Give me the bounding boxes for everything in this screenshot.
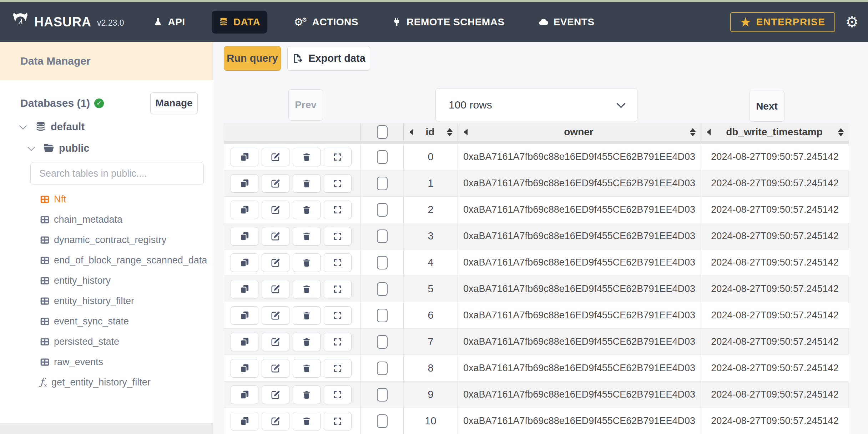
settings-gear-icon[interactable]: ⚙	[845, 15, 859, 30]
delete-row-button[interactable]	[293, 148, 321, 166]
sidebar-table-raw_events[interactable]: raw_events	[0, 352, 213, 372]
edit-row-button[interactable]	[262, 306, 289, 325]
row-checkbox[interactable]	[377, 229, 388, 243]
next-page-button[interactable]: Next	[749, 91, 784, 122]
chevron-down-icon[interactable]	[19, 122, 27, 129]
edit-row-button[interactable]	[262, 148, 289, 166]
collapse-column-icon[interactable]	[707, 129, 711, 135]
edit-row-button[interactable]	[262, 412, 289, 430]
sidebar-table-persisted_state[interactable]: persisted_state	[0, 332, 213, 352]
manage-button[interactable]: Manage	[150, 92, 198, 114]
copy-row-button[interactable]	[231, 412, 258, 430]
edit-row-button[interactable]	[262, 385, 289, 404]
row-checkbox[interactable]	[377, 203, 388, 217]
select-all-checkbox[interactable]	[377, 125, 388, 139]
sidebar-table-get_entity_history_filter[interactable]: ƒxget_entity_history_filter	[0, 372, 213, 393]
row-checkbox[interactable]	[377, 309, 388, 322]
header-column-owner[interactable]: owner	[458, 123, 701, 141]
sidebar-table-end_of_block_range_scanned_data[interactable]: end_of_block_range_scanned_data	[0, 250, 213, 271]
edit-row-button[interactable]	[262, 359, 289, 378]
sidebar-table-event_sync_state[interactable]: event_sync_state	[0, 311, 213, 332]
run-query-button[interactable]: Run query	[224, 46, 281, 71]
copy-row-button[interactable]	[231, 333, 258, 351]
expand-row-button[interactable]	[324, 148, 352, 166]
sidebar-table-dynamic_contract_registry[interactable]: dynamic_contract_registry	[0, 230, 213, 250]
edit-row-button[interactable]	[262, 174, 289, 193]
sidebar-table-entity_history_filter[interactable]: entity_history_filter	[0, 291, 213, 311]
row-checkbox[interactable]	[377, 414, 388, 428]
edit-row-button[interactable]	[262, 333, 289, 351]
edit-row-button[interactable]	[262, 253, 289, 272]
row-actions-cell	[224, 249, 361, 276]
delete-row-button[interactable]	[293, 253, 321, 272]
delete-row-button[interactable]	[293, 412, 321, 430]
copy-row-button[interactable]	[231, 201, 258, 219]
row-checkbox[interactable]	[377, 362, 388, 375]
row-checkbox[interactable]	[377, 282, 388, 296]
copy-row-button[interactable]	[231, 280, 258, 298]
delete-row-button[interactable]	[293, 385, 321, 404]
expand-row-button[interactable]	[324, 201, 352, 219]
delete-row-button[interactable]	[293, 227, 321, 246]
hasura-logo-icon[interactable]: λ	[11, 12, 30, 32]
expand-row-button[interactable]	[324, 280, 352, 298]
row-checkbox[interactable]	[377, 256, 388, 269]
nav-item-data[interactable]: DATA	[212, 11, 268, 34]
copy-row-button[interactable]	[231, 227, 258, 246]
nav-item-api[interactable]: API	[146, 11, 192, 34]
chevron-down-icon[interactable]	[27, 143, 35, 151]
sort-icon[interactable]	[690, 128, 696, 136]
delete-row-button[interactable]	[293, 306, 321, 325]
copy-row-button[interactable]	[231, 174, 258, 193]
id-cell: 6	[404, 302, 458, 329]
search-input[interactable]	[30, 162, 204, 185]
sort-icon[interactable]	[447, 128, 453, 136]
nav-item-actions[interactable]: ⚙⚙ACTIONS	[287, 11, 365, 34]
delete-row-button[interactable]	[293, 359, 321, 378]
header-column-id[interactable]: id	[404, 123, 458, 141]
row-checkbox[interactable]	[377, 335, 388, 349]
edit-row-button[interactable]	[262, 201, 289, 219]
header-column-db-write-timestamp[interactable]: db_write_timestamp	[701, 123, 849, 141]
tree-node-default[interactable]: default	[0, 118, 213, 135]
delete-row-button[interactable]	[293, 174, 321, 193]
sidebar-table-Nft[interactable]: Nft	[0, 189, 213, 210]
expand-row-button[interactable]	[324, 359, 352, 378]
row-checkbox[interactable]	[377, 177, 388, 190]
enterprise-button[interactable]: ★ ENTERPRISE	[730, 12, 835, 32]
collapse-column-icon[interactable]	[464, 129, 468, 135]
export-label: Export data	[308, 52, 365, 64]
row-checkbox[interactable]	[377, 388, 388, 402]
expand-row-button[interactable]	[324, 253, 352, 272]
delete-row-button[interactable]	[293, 280, 321, 298]
column-label: db_write_timestamp	[711, 126, 838, 138]
expand-row-button[interactable]	[324, 306, 352, 325]
sort-icon[interactable]	[838, 128, 844, 136]
copy-row-button[interactable]	[231, 359, 258, 378]
nav-item-remote-schemas[interactable]: REMOTE SCHEMAS	[385, 11, 512, 34]
expand-row-button[interactable]	[324, 333, 352, 351]
sidebar-table-entity_history[interactable]: entity_history	[0, 271, 213, 291]
expand-row-button[interactable]	[324, 227, 352, 246]
delete-row-button[interactable]	[293, 333, 321, 351]
prev-page-button[interactable]: Prev	[288, 89, 323, 121]
row-checkbox[interactable]	[377, 150, 388, 164]
export-icon	[292, 53, 303, 64]
copy-row-button[interactable]	[231, 385, 258, 404]
copy-row-button[interactable]	[231, 253, 258, 272]
edit-row-button[interactable]	[262, 227, 289, 246]
export-data-button[interactable]: Export data	[287, 46, 370, 71]
edit-row-button[interactable]	[262, 280, 289, 298]
collapse-column-icon[interactable]	[409, 129, 413, 135]
expand-row-button[interactable]	[324, 174, 352, 193]
copy-row-button[interactable]	[231, 148, 258, 166]
delete-row-button[interactable]	[293, 201, 321, 219]
copy-row-button[interactable]	[231, 306, 258, 325]
copy-icon	[240, 311, 249, 320]
sidebar-table-chain_metadata[interactable]: chain_metadata	[0, 210, 213, 230]
expand-row-button[interactable]	[324, 385, 352, 404]
nav-item-events[interactable]: EVENTS	[531, 11, 602, 34]
expand-row-button[interactable]	[324, 412, 352, 430]
tree-node-public[interactable]: public	[0, 140, 213, 156]
rows-per-page-select[interactable]: 100 rows	[435, 88, 637, 121]
